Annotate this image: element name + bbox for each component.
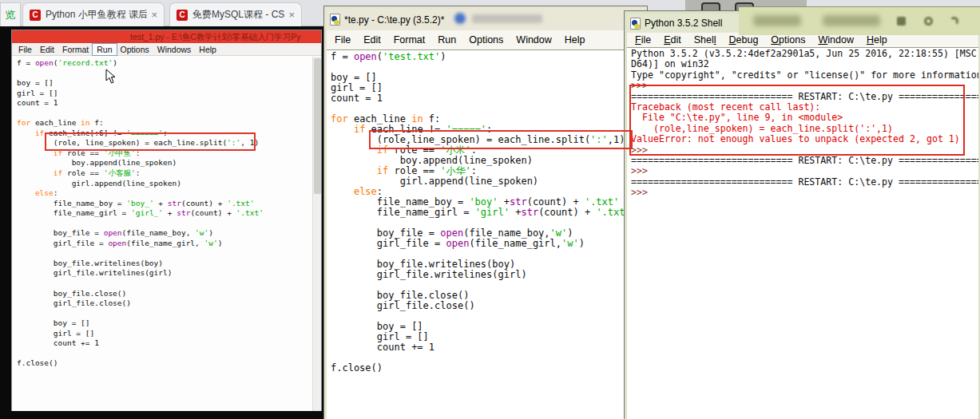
code-line: [17, 279, 313, 289]
left-window-titlebar: test_1.py - E:\鱼C教学计划\零基础入门学习Py: [12, 30, 321, 43]
video-area: test_1.py - E:\鱼C教学计划\零基础入门学习Py FileEdit…: [0, 26, 324, 419]
partial-tab-label: 览: [6, 8, 16, 22]
menu-item-window[interactable]: Window: [811, 34, 859, 46]
code-line: [17, 309, 313, 319]
code-line: f = open('test.txt'): [331, 52, 645, 62]
csdn-favicon-icon: C: [177, 10, 188, 21]
menu-item-options[interactable]: Options: [117, 44, 153, 55]
menu-item-help[interactable]: Help: [195, 44, 220, 55]
left-code-editor[interactable]: f = open('record.txt') boy = []girl = []…: [12, 57, 313, 411]
menu-item-debug[interactable]: Debug: [723, 34, 765, 46]
blurred-overlay-bar: [739, 6, 980, 35]
blurred-button-icon: [924, 17, 933, 26]
menu-item-shell[interactable]: Shell: [688, 34, 723, 46]
code-line: count += 1: [331, 342, 645, 353]
code-line: girl_file.close(): [17, 298, 313, 309]
code-line: file_name_boy = 'boy_' + str(count) + '.…: [17, 199, 313, 209]
code-line: f = open('record.txt'): [17, 58, 313, 69]
menu-item-format[interactable]: Format: [387, 33, 432, 47]
code-line: boy.append(line_spoken): [17, 158, 313, 168]
code-line: >>>: [631, 188, 978, 198]
editor-window-title: *te.py - C:\te.py (3.5.2)*: [344, 14, 444, 26]
code-line: Type "copyright", "credits" or "license(…: [631, 70, 978, 81]
menu-item-file[interactable]: File: [629, 34, 657, 46]
code-line: for each_line in f:: [17, 118, 313, 128]
code-line: count = 1: [17, 98, 313, 109]
menu-item-windows[interactable]: Windows: [153, 44, 196, 55]
code-line: file_name_girl = 'girl_' + str(count) + …: [17, 208, 313, 219]
code-line: count += 1: [17, 338, 313, 349]
code-line: boy = []: [17, 318, 313, 329]
menu-item-file[interactable]: File: [14, 44, 36, 55]
code-line: if role == '小客服':: [17, 168, 313, 179]
browser-tab-partial[interactable]: 览: [0, 2, 21, 26]
blurred-text: [472, 14, 542, 23]
code-line: [17, 349, 313, 359]
tab-close-icon[interactable]: ×: [151, 9, 157, 21]
annotation-box-traceback: [629, 85, 965, 156]
scrollbar-thumb[interactable]: [314, 58, 321, 194]
code-line: D64)] on win32: [631, 59, 978, 69]
blurred-icon: [454, 13, 466, 24]
code-line: girl_file.close(): [331, 301, 645, 311]
code-line: f.close(): [331, 363, 645, 374]
code-line: girl.append(line_spoken): [17, 179, 313, 189]
browser-tab-python-course[interactable]: C Python 小甲鱼教程 课后 ×: [22, 2, 165, 26]
menu-item-options[interactable]: Options: [764, 34, 811, 46]
mouse-cursor-icon: [105, 69, 117, 85]
menu-item-window[interactable]: Window: [510, 33, 557, 47]
menu-item-format[interactable]: Format: [58, 44, 93, 55]
shell-window: Python 3.5.2 Shell FileEditShellDebugOpt…: [625, 11, 980, 419]
idle-app-icon: [630, 18, 641, 30]
menu-item-edit[interactable]: Edit: [657, 34, 688, 46]
menu-item-run[interactable]: Run: [93, 44, 116, 55]
left-editor-scrollbar[interactable]: [312, 57, 321, 411]
code-line: count = 1: [331, 93, 645, 104]
code-line: Python 3.5.2 (v3.5.2:4def2a2901a5, Jun 2…: [631, 49, 978, 59]
code-line: [17, 248, 313, 259]
blurred-button-icon: [897, 17, 906, 26]
code-line: girl_file.writelines(girl): [17, 268, 313, 279]
menu-item-file[interactable]: File: [328, 33, 357, 47]
annotation-box-left-split-line: [45, 132, 256, 151]
tab-close-icon[interactable]: ×: [288, 9, 295, 21]
code-line: girl_file = open(file_name_girl,'w'): [331, 239, 645, 249]
menu-item-help[interactable]: Help: [558, 33, 592, 47]
editor-code-area[interactable]: f = open('test.txt') boy = []girl = []co…: [327, 50, 645, 401]
blurred-button-icon: [950, 17, 958, 26]
code-line: >>>: [631, 166, 978, 176]
tab-label: 免费MySQL课程 - CSDI: [192, 8, 284, 22]
blurred-text: [823, 15, 880, 26]
code-line: ============================= RESTART: C…: [631, 177, 978, 188]
code-line: [17, 219, 313, 229]
left-window-menubar: FileEditFormatRunOptionsWindowsHelp: [12, 43, 321, 56]
code-line: [17, 109, 313, 119]
browser-tab-mysql-course[interactable]: C 免费MySQL课程 - CSDI ×: [169, 2, 302, 26]
shell-window-title: Python 3.5.2 Shell: [645, 18, 722, 29]
code-line: file_name_girl = 'girl' +str(count) + '.…: [331, 208, 645, 218]
csdn-favicon-icon: C: [30, 10, 41, 21]
code-line: boy_file.writelines(boy): [17, 259, 313, 269]
code-line: boy = []: [17, 78, 313, 89]
editor-window-menubar: FileEditFormatRunOptionsWindowHelp: [327, 30, 645, 50]
menu-item-edit[interactable]: Edit: [357, 33, 387, 47]
code-line: boy_file.close(): [17, 289, 313, 299]
blurred-text: [753, 15, 801, 26]
annotation-box-editor-split-line: [369, 130, 633, 149]
menu-item-help[interactable]: Help: [860, 34, 894, 46]
menu-item-options[interactable]: Options: [462, 33, 510, 47]
code-line: f.close(): [17, 358, 313, 369]
fragment-tab: [701, 2, 720, 10]
code-line: girl = []: [17, 329, 313, 339]
code-line: else:: [17, 188, 313, 199]
menu-item-run[interactable]: Run: [431, 33, 462, 47]
left-idle-window: test_1.py - E:\鱼C教学计划\零基础入门学习Py FileEdit…: [11, 30, 322, 411]
code-line: girl_file.writelines(girl): [331, 270, 645, 280]
code-line: girl = []: [17, 89, 313, 99]
screen: 览 C Python 小甲鱼教程 课后 × C 免费MySQL课程 - CSDI…: [0, 0, 980, 419]
menu-item-edit[interactable]: Edit: [36, 44, 58, 55]
editor-window-titlebar[interactable]: *te.py - C:\te.py (3.5.2)*: [327, 9, 645, 30]
code-line: [17, 69, 313, 79]
idle-app-icon: [330, 14, 340, 26]
code-line: [331, 62, 645, 73]
